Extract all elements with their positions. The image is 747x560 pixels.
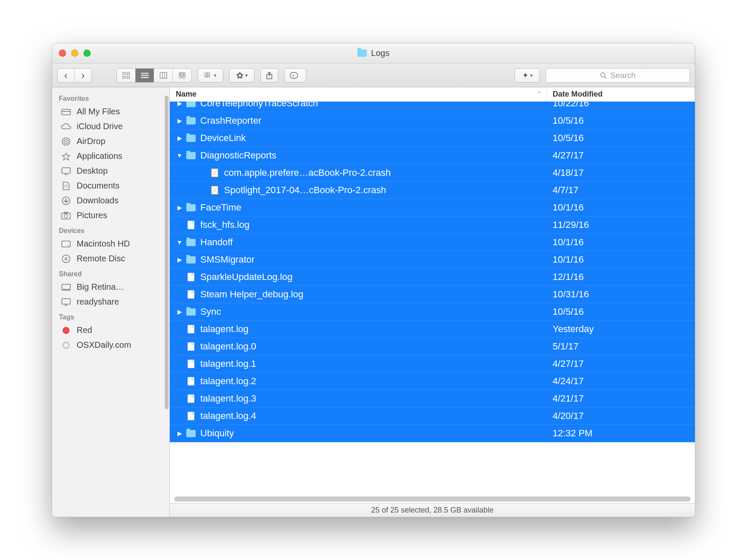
table-row[interactable]: talagent.logYesterday	[170, 321, 695, 338]
desktop-icon	[61, 166, 72, 176]
table-row[interactable]: fsck_hfs.log11/29/16	[170, 216, 695, 234]
column-header-name[interactable]: Name ˆ	[170, 87, 547, 101]
disclosure-spacer	[176, 413, 183, 419]
disclosure-closed-icon[interactable]: ▶	[176, 102, 183, 107]
table-row[interactable]: SparkleUpdateLog.log12/1/16	[170, 269, 695, 286]
date-modified-cell: 10/1/16	[547, 254, 695, 265]
sidebar-item-pictures[interactable]: Pictures	[52, 208, 169, 223]
name-cell: ▶Sync	[170, 306, 547, 317]
fullscreen-button[interactable]	[83, 50, 91, 57]
file-name: talagent.log.4	[200, 410, 256, 421]
svg-point-40	[62, 255, 70, 263]
column-header-date-modified[interactable]: Date Modified	[547, 87, 695, 101]
view-list-button[interactable]	[136, 69, 154, 82]
horizontal-scrollbar[interactable]	[174, 496, 691, 502]
chevron-down-icon: ▾	[245, 72, 248, 78]
content-area: Name ˆ Date Modified ▶CoreTelephonyTrace…	[170, 87, 695, 517]
name-cell: talagent.log.0	[170, 341, 547, 352]
date-modified-cell: 4/7/17	[547, 185, 695, 196]
view-columns-button[interactable]	[154, 69, 173, 82]
sidebar-item-label: OSXDaily.com	[77, 340, 131, 350]
share-button[interactable]	[260, 68, 278, 83]
table-row[interactable]: ▼Handoff10/1/16	[170, 234, 695, 251]
minimize-button[interactable]	[71, 50, 78, 57]
disclosure-closed-icon[interactable]: ▶	[176, 430, 183, 437]
date-modified-cell: 10/1/16	[547, 237, 695, 248]
window-title: Logs	[357, 48, 389, 58]
table-row[interactable]: talagent.log.14/27/17	[170, 355, 695, 373]
main-area: Favorites All My Files iCloud Drive AirD…	[52, 87, 695, 517]
tags-button[interactable]	[284, 68, 306, 83]
sidebar-item-all-my-files[interactable]: All My Files	[52, 104, 169, 119]
disclosure-spacer	[176, 395, 183, 402]
arrange-button[interactable]: ▾	[198, 68, 223, 83]
date-modified-cell: 4/24/17	[547, 376, 695, 387]
sidebar-item-readyshare[interactable]: readyshare	[52, 294, 169, 309]
file-name: Ubiquity	[200, 428, 234, 439]
disclosure-closed-icon[interactable]: ▶	[176, 135, 183, 141]
sidebar-item-big-retina[interactable]: Big Retina…	[52, 280, 169, 294]
table-row[interactable]: ▶CrashReporter10/5/16	[170, 112, 695, 130]
disclosure-open-icon[interactable]: ▼	[176, 152, 183, 159]
sidebar-item-tag-red[interactable]: Red	[52, 323, 169, 338]
sidebar-item-label: Remote Disc	[77, 254, 125, 263]
table-row[interactable]: talagent.log.34/21/17	[170, 390, 695, 408]
table-row[interactable]: ⚠com.apple.prefere…acBook-Pro-2.crash4/1…	[170, 164, 695, 182]
name-cell: ▶CoreTelephonyTraceScratch	[170, 102, 547, 109]
svg-rect-15	[208, 72, 210, 74]
table-row[interactable]: talagent.log.44/20/17	[170, 408, 695, 425]
folder-icon	[186, 308, 196, 316]
disclosure-open-icon[interactable]: ▼	[176, 239, 183, 246]
file-name: talagent.log.0	[200, 341, 256, 352]
sidebar-item-macintosh-hd[interactable]: Macintosh HD	[52, 236, 169, 251]
name-cell: ▶DeviceLink	[170, 133, 547, 144]
sidebar-item-documents[interactable]: Documents	[52, 178, 169, 193]
disclosure-closed-icon[interactable]: ▶	[176, 256, 183, 263]
disclosure-closed-icon[interactable]: ▶	[176, 308, 183, 315]
sidebar: Favorites All My Files iCloud Drive AirD…	[52, 87, 170, 517]
grid-icon	[122, 72, 130, 79]
sidebar-item-desktop[interactable]: Desktop	[52, 164, 169, 178]
date-modified-cell: 4/18/17	[547, 167, 695, 178]
table-row[interactable]: ▶Ubiquity12:32 PM	[170, 425, 695, 442]
sidebar-item-remote-disc[interactable]: Remote Disc	[52, 251, 169, 266]
sidebar-item-tag-osxdaily[interactable]: OSXDaily.com	[52, 338, 169, 352]
action-menu-button[interactable]: ✿ ▾	[229, 68, 255, 83]
file-icon	[186, 360, 196, 368]
table-row[interactable]: ▶DeviceLink10/5/16	[170, 130, 695, 147]
sidebar-item-downloads[interactable]: Downloads	[52, 193, 169, 208]
svg-rect-20	[290, 72, 298, 78]
view-icons-button[interactable]	[117, 69, 136, 82]
dropbox-button[interactable]: ✦ ▾	[515, 68, 540, 83]
table-row[interactable]: talagent.log.24/24/17	[170, 373, 695, 390]
sidebar-item-icloud-drive[interactable]: iCloud Drive	[52, 119, 169, 134]
view-gallery-button[interactable]	[173, 69, 191, 82]
crash-file-icon: ⚠	[210, 169, 220, 177]
sidebar-item-label: Big Retina…	[77, 282, 124, 292]
sidebar-item-airdrop[interactable]: AirDrop	[52, 134, 169, 149]
table-row[interactable]: ▶FaceTime10/1/16	[170, 199, 695, 216]
table-row[interactable]: Steam Helper_debug.log10/31/16	[170, 286, 695, 303]
airdrop-icon	[61, 137, 72, 146]
search-input[interactable]: Search	[546, 68, 690, 83]
dropbox-icon: ✦	[522, 71, 528, 80]
close-button[interactable]	[59, 50, 66, 57]
name-cell: ⚠Spotlight_2017-04…cBook-Pro-2.crash	[170, 185, 547, 196]
table-row[interactable]: ▶Sync10/5/16	[170, 303, 695, 321]
tag-none-icon	[61, 341, 72, 350]
back-button[interactable]: ‹	[58, 69, 75, 82]
table-row[interactable]: ▶SMSMigrator10/1/16	[170, 251, 695, 269]
disc-icon	[61, 254, 72, 263]
sidebar-item-applications[interactable]: Applications	[52, 149, 169, 164]
forward-button[interactable]: ›	[75, 69, 91, 82]
table-row[interactable]: ⚠Spotlight_2017-04…cBook-Pro-2.crash4/7/…	[170, 182, 695, 199]
file-name: fsck_hfs.log	[200, 219, 249, 230]
disclosure-closed-icon[interactable]: ▶	[176, 204, 183, 211]
table-row[interactable]: talagent.log.05/1/17	[170, 338, 695, 355]
sidebar-heading-devices: Devices	[52, 223, 169, 236]
disclosure-closed-icon[interactable]: ▶	[176, 117, 183, 124]
name-cell: ▶Ubiquity	[170, 428, 547, 439]
sidebar-scrollbar[interactable]	[165, 96, 169, 409]
table-row[interactable]: ▶CoreTelephonyTraceScratch10/22/16	[170, 102, 695, 112]
table-row[interactable]: ▼DiagnosticReports4/27/17	[170, 147, 695, 164]
